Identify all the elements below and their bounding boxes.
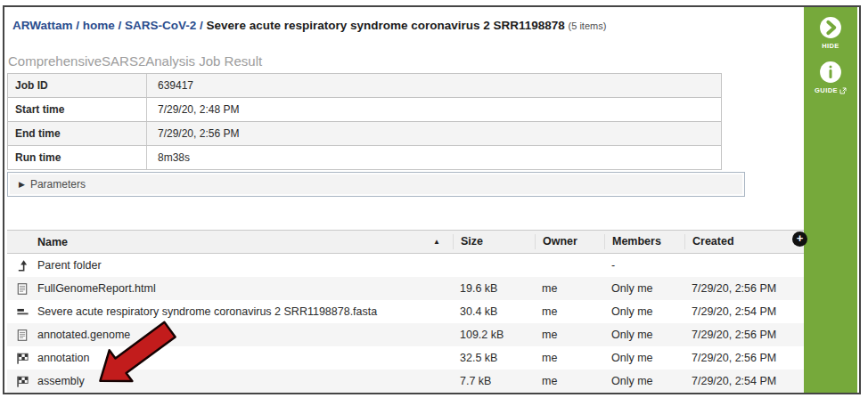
table-row[interactable]: FullGenomeReport.html19.6 kBmeOnly me7/2… (7, 277, 805, 300)
breadcrumb-separator: / (115, 19, 125, 32)
column-settings-icon[interactable]: + (792, 231, 807, 247)
job-detail-label: End time (8, 122, 147, 145)
breadcrumb-link[interactable]: SARS-CoV-2 (125, 19, 196, 32)
file-size: 30.4 kB (453, 305, 535, 318)
file-size: 32.5 kB (453, 352, 535, 364)
file-table-body: Parent folder-FullGenomeReport.html19.6 … (7, 254, 805, 393)
breadcrumb-links: ARWattam / home / SARS-CoV-2 / (12, 19, 207, 32)
hide-panel-button[interactable]: HIDE (819, 16, 842, 50)
guide-button[interactable]: GUIDE (815, 61, 847, 94)
hide-label: HIDE (822, 42, 839, 50)
table-row[interactable]: annotated.genome109.2 kBmeOnly me7/29/20… (7, 323, 805, 346)
job-detail-row: Run time8m38s (8, 146, 721, 170)
file-name: assembly (37, 375, 453, 387)
column-header-name[interactable]: Name ▲ (37, 236, 453, 248)
flag-icon (7, 375, 37, 388)
file-table-header: Name ▲ Size Owner Members Created (7, 230, 805, 254)
column-header-created[interactable]: Created (684, 234, 805, 249)
parameters-panel[interactable]: ▶ Parameters (7, 172, 745, 197)
job-detail-label: Job ID (8, 74, 147, 97)
breadcrumb: ARWattam / home / SARS-CoV-2 / Severe ac… (12, 19, 606, 32)
file-members: Only me (604, 305, 684, 318)
job-detail-label: Start time (8, 98, 147, 121)
file-created: 7/29/20, 2:54 PM (684, 305, 805, 318)
green-sidebar: HIDE GUIDE (804, 7, 857, 393)
job-detail-value: 7/29/20, 2:48 PM (147, 98, 721, 121)
breadcrumb-current: Severe acute respiratory syndrome corona… (207, 19, 565, 32)
sort-ascending-icon[interactable]: ▲ (433, 238, 440, 246)
file-created: 7/29/20, 2:56 PM (684, 282, 805, 295)
file-name: annotation (37, 352, 453, 364)
breadcrumb-separator: / (196, 19, 206, 32)
file-name: Parent folder (37, 259, 453, 272)
file-table: Name ▲ Size Owner Members Created Parent… (7, 230, 805, 393)
file-size: 109.2 kB (453, 329, 535, 341)
breadcrumb-link[interactable]: ARWattam (12, 19, 73, 32)
file-size: 7.7 kB (453, 375, 535, 387)
file-members: Only me (604, 352, 684, 364)
table-row[interactable]: assembly7.7 kBmeOnly me7/29/20, 2:54 PM (7, 370, 805, 393)
file-members: Only me (604, 375, 684, 387)
alignment-icon (7, 305, 37, 319)
collapsed-triangle-icon: ▶ (19, 180, 25, 189)
parameters-label: Parameters (30, 178, 86, 191)
file-owner: me (535, 282, 604, 295)
chevron-right-icon (819, 16, 842, 39)
table-row[interactable]: Parent folder- (7, 254, 805, 277)
job-detail-value: 7/29/20, 2:56 PM (147, 122, 721, 145)
flag-icon (7, 352, 37, 365)
file-created: 7/29/20, 2:56 PM (684, 352, 805, 364)
file-size: 19.6 kB (453, 282, 535, 295)
column-header-size[interactable]: Size (453, 234, 535, 249)
table-row[interactable]: Severe acute respiratory syndrome corona… (7, 300, 805, 323)
breadcrumb-link[interactable]: home (83, 19, 115, 32)
job-detail-value: 639417 (147, 74, 721, 97)
job-detail-row: Job ID639417 (8, 74, 721, 98)
file-owner: me (535, 375, 604, 387)
job-details-table: Job ID639417Start time7/29/20, 2:48 PMEn… (7, 73, 722, 170)
column-header-members[interactable]: Members (604, 234, 684, 249)
file-owner: me (535, 305, 604, 318)
parent-up-icon (7, 259, 37, 272)
file-members: - (604, 259, 684, 272)
document-icon (7, 329, 37, 342)
file-name: Severe acute respiratory syndrome corona… (37, 305, 453, 318)
job-detail-label: Run time (8, 146, 147, 169)
job-detail-value: 8m38s (147, 146, 721, 169)
column-header-owner[interactable]: Owner (535, 234, 604, 249)
info-icon (819, 61, 842, 84)
item-count: (5 items) (569, 20, 607, 31)
page-title: ComprehensiveSARS2Analysis Job Result (8, 53, 262, 69)
external-link-icon (839, 87, 847, 94)
file-members: Only me (604, 329, 684, 341)
file-members: Only me (604, 282, 684, 295)
job-detail-row: End time7/29/20, 2:56 PM (8, 122, 721, 146)
file-owner: me (535, 352, 604, 364)
app-window: ARWattam / home / SARS-CoV-2 / Severe ac… (3, 5, 861, 394)
file-created: 7/29/20, 2:56 PM (684, 329, 805, 341)
file-name: FullGenomeReport.html (37, 282, 453, 295)
file-name: annotated.genome (37, 329, 453, 341)
guide-label: GUIDE (815, 86, 838, 94)
table-row[interactable]: annotation32.5 kBmeOnly me7/29/20, 2:56 … (7, 346, 805, 370)
file-owner: me (535, 329, 604, 341)
file-created: 7/29/20, 2:54 PM (684, 375, 805, 387)
breadcrumb-separator: / (73, 19, 83, 32)
job-detail-row: Start time7/29/20, 2:48 PM (8, 98, 721, 122)
document-icon (7, 282, 37, 296)
